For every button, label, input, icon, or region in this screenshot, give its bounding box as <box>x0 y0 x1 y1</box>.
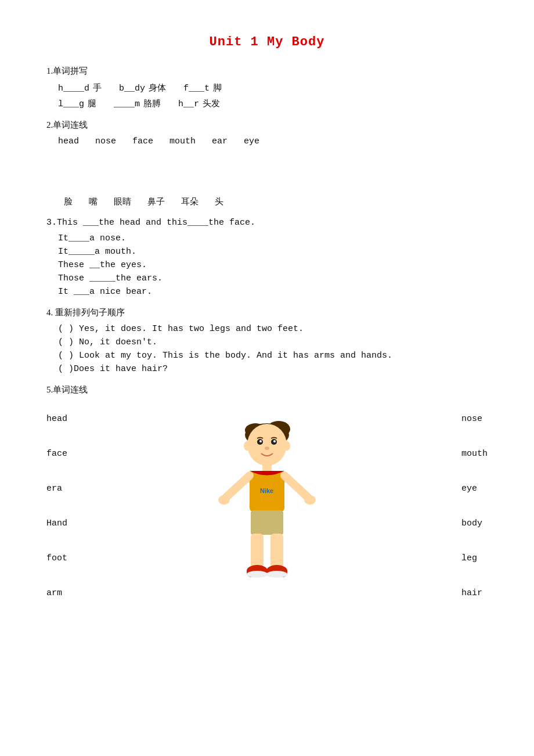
lw-arm: arm <box>46 575 67 610</box>
sentence5: It ___a nice bear. <box>46 287 488 297</box>
reorder-1: ( ) Yes, it does. It has two legs and tw… <box>46 324 488 334</box>
sentence1: It____a nose. <box>46 233 488 243</box>
svg-point-16 <box>218 495 230 505</box>
svg-point-9 <box>244 441 251 451</box>
rw-body: body <box>461 506 488 541</box>
sentence4: Those _____the ears. <box>46 273 488 283</box>
cn-tou: 头 <box>215 196 223 207</box>
svg-line-15 <box>284 476 308 497</box>
boy-svg: Nike <box>209 413 325 610</box>
boy-figure: Nike <box>209 413 325 613</box>
lw-foot: foot <box>46 541 67 575</box>
sentence2: It_____a mouth. <box>46 247 488 257</box>
lw-era: era <box>46 471 67 506</box>
en-head: head <box>58 136 79 146</box>
word-item-2: b__dy 身体 <box>119 82 166 93</box>
svg-point-26 <box>266 571 287 578</box>
left-words: head face era Hand foot arm <box>46 401 67 610</box>
svg-rect-20 <box>270 534 283 568</box>
word-item-5: ____m 胳膊 <box>114 98 161 109</box>
svg-point-3 <box>247 424 287 466</box>
en-eye: eye <box>244 136 259 146</box>
reorder-3: ( ) Look at my toy. This is the body. An… <box>46 351 488 361</box>
section1-row2: l___g 腿 ____m 胳膊 h__r 头发 <box>46 98 488 109</box>
cn-gebao: 胳膊 <box>143 98 161 109</box>
rw-eye: eye <box>461 471 488 506</box>
en-ear: ear <box>212 136 228 146</box>
svg-point-6 <box>259 440 262 442</box>
cn-shou: 手 <box>93 82 102 93</box>
section1-label: 1.单词拼写 <box>46 66 488 77</box>
cn-zui: 嘴 <box>89 196 98 207</box>
svg-line-14 <box>226 476 250 497</box>
blank-hd: h____d <box>58 84 89 93</box>
word-item-3: f___t 脚 <box>183 82 222 93</box>
svg-point-17 <box>304 495 316 505</box>
section2-label: 2.单词连线 <box>46 120 488 131</box>
blank-leg: l___g <box>58 99 84 109</box>
sentence3: These __the eyes. <box>46 260 488 270</box>
svg-rect-11 <box>262 464 272 472</box>
word-item-6: h__r 头发 <box>178 98 220 109</box>
section2: 2.单词连线 head nose face mouth ear eye 脸 嘴 … <box>46 120 488 207</box>
cn-yanjing: 眼睛 <box>114 196 131 207</box>
word-item-4: l___g 腿 <box>58 98 96 109</box>
paren3: ( ) Look at my toy. This is the body. An… <box>58 351 392 361</box>
svg-text:Nike: Nike <box>260 487 273 494</box>
blank-arm: ____m <box>114 99 140 109</box>
cn-bizi: 鼻子 <box>147 196 165 207</box>
svg-point-10 <box>283 441 290 451</box>
connect-lines-area <box>46 150 488 179</box>
lw-hand: Hand <box>46 506 67 541</box>
section3: 3.This ___the head and this____the face.… <box>46 218 488 297</box>
cn-jiao: 脚 <box>213 82 222 93</box>
svg-point-8 <box>265 447 269 450</box>
cn-shenti: 身体 <box>149 82 166 93</box>
section1-row1: h____d 手 b__dy 身体 f___t 脚 <box>46 82 488 93</box>
svg-rect-19 <box>251 534 264 568</box>
lw-face: face <box>46 436 67 471</box>
svg-point-7 <box>273 440 276 442</box>
rw-leg: leg <box>461 541 488 575</box>
connect-area: head face era Hand foot arm nose mouth e… <box>46 401 488 680</box>
paren4: ( )Does it have hair? <box>58 364 168 374</box>
section3-label: 3.This ___the head and this____the face. <box>46 218 488 228</box>
page-title: Unit 1 My Body <box>46 35 488 49</box>
word-item-1: h____d 手 <box>58 82 102 93</box>
section5-label: 5.单词连线 <box>46 384 488 395</box>
lw-head: head <box>46 401 67 436</box>
cn-tui: 腿 <box>88 98 96 109</box>
cn-lian: 脸 <box>64 196 73 207</box>
rw-hair: hair <box>461 575 488 610</box>
en-mouth: mouth <box>169 136 196 146</box>
en-face: face <box>132 136 153 146</box>
en-nose: nose <box>95 136 116 146</box>
section2-en-words: head nose face mouth ear eye <box>46 136 488 146</box>
right-words: nose mouth eye body leg hair <box>461 401 488 610</box>
svg-point-25 <box>247 571 268 578</box>
blank-hair: h__r <box>178 99 199 109</box>
section4-label: 4. 重新排列句子顺序 <box>46 307 488 318</box>
section1: 1.单词拼写 h____d 手 b__dy 身体 f___t 脚 l___g 腿… <box>46 66 488 109</box>
paren2: ( ) No, it doesn't. <box>58 337 157 347</box>
blank-body: b__dy <box>119 84 145 93</box>
rw-nose: nose <box>461 401 488 436</box>
blank-foot: f___t <box>183 84 210 93</box>
paren1: ( ) Yes, it does. It has two legs and tw… <box>58 324 304 334</box>
cn-toufa: 头发 <box>203 98 220 109</box>
section4: 4. 重新排列句子顺序 ( ) Yes, it does. It has two… <box>46 307 488 374</box>
section2-cn-words: 脸 嘴 眼睛 鼻子 耳朵 头 <box>46 196 488 207</box>
reorder-2: ( ) No, it doesn't. <box>46 337 488 347</box>
svg-rect-18 <box>251 510 283 535</box>
cn-erduo: 耳朵 <box>181 196 199 207</box>
reorder-4: ( )Does it have hair? <box>46 364 488 374</box>
section5: 5.单词连线 head face era Hand foot arm nose … <box>46 384 488 680</box>
rw-mouth: mouth <box>461 436 488 471</box>
